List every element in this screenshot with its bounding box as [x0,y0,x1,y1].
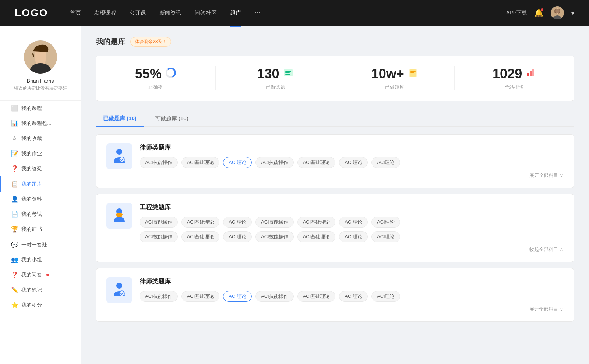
sidebar-item-points[interactable]: ⭐ 我的积分 [0,297,81,313]
tag-1-4[interactable]: ACI技能操作 [255,157,294,168]
svg-rect-19 [530,71,532,76]
nav-qbank[interactable]: 题库 [230,8,241,18]
page-title: 我的题库 [96,37,125,47]
trial-badge: 体验剩余23天！ [130,37,171,47]
stat-ranking-label: 全站排名 [505,84,524,90]
user-avatar[interactable] [551,6,564,19]
qbank-card-1-expand[interactable]: 展开全部科目 ∨ [529,172,564,178]
tag-1-3[interactable]: ACI理论 [223,157,252,168]
qbank-card-3-header: 律师类题库 ACI技能操作 ACI基础理论 ACI理论 ACI技能操作 ACI基… [106,277,564,313]
sidebar-item-notes[interactable]: ✏️ 我的笔记 [0,282,81,297]
app-download-button[interactable]: APP下载 [506,10,527,16]
qbank-card-1-header: 律师类题库 ACI技能操作 ACI基础理论 ACI理论 ACI技能操作 ACI基… [106,143,564,179]
sidebar-item-qbank-label: 我的题库 [21,181,42,188]
user-menu-chevron[interactable]: ▾ [571,10,574,17]
tag-2-5[interactable]: ACI基础理论 [297,217,336,228]
tag-3-2[interactable]: ACI基础理论 [181,291,220,302]
nav-right: APP下载 🔔 ▾ [506,6,574,19]
tag-1-7[interactable]: ACI理论 [371,157,400,168]
qbank-tabs: 已做题库 (10) 可做题库 (10) [96,111,574,127]
sidebar-item-certificates[interactable]: 🏆 我的证书 [0,222,81,237]
sidebar-item-favorites[interactable]: ☆ 我的收藏 [0,131,81,146]
nav-links: 首页 发现课程 公开课 新闻资讯 问答社区 题库 ··· [70,8,506,18]
tag-3-5[interactable]: ACI基础理论 [297,291,336,302]
sidebar-item-groups-label: 我的小组 [21,257,42,263]
packages-icon: 📊 [11,120,18,127]
svg-rect-11 [285,71,291,72]
stat-done-banks-top: 10w+ [371,66,418,82]
certificates-icon: 🏆 [11,226,18,233]
tag-3-4[interactable]: ACI技能操作 [255,291,294,302]
donut-chart-icon [165,67,176,78]
qbank-card-3-expand[interactable]: 展开全部科目 ∨ [529,306,564,312]
qbank-card-3-tags: ACI技能操作 ACI基础理论 ACI理论 ACI技能操作 ACI基础理论 AC… [140,291,564,302]
tag-2-1[interactable]: ACI技能操作 [140,217,178,228]
sidebar-item-points-label: 我的积分 [21,302,42,308]
nav-discover[interactable]: 发现课程 [94,8,116,18]
sidebar-item-1on1-label: 一对一答疑 [21,242,47,248]
tag-2-13[interactable]: ACI理论 [339,231,368,242]
notification-bell[interactable]: 🔔 [534,8,543,17]
tag-3-7[interactable]: ACI理论 [371,291,400,302]
stat-accuracy-top: 55% [135,66,176,82]
tag-1-5[interactable]: ACI基础理论 [297,157,336,168]
qbank-icon: 📋 [11,181,18,188]
qbank-card-3-title: 律师类题库 [140,277,564,286]
tag-1-2[interactable]: ACI基础理论 [181,157,220,168]
stat-ranking: 1029 全站排名 [455,66,574,90]
nav-open-course[interactable]: 公开课 [130,8,146,18]
tag-2-11[interactable]: ACI技能操作 [255,231,294,242]
sidebar-item-my-courses[interactable]: ⬜ 我的课程 [0,101,81,116]
tag-2-9[interactable]: ACI基础理论 [181,231,220,242]
tag-3-1[interactable]: ACI技能操作 [140,291,178,302]
tab-done-banks[interactable]: 已做题库 (10) [96,111,144,126]
qbank-card-2-collapse[interactable]: 收起全部科目 ∧ [529,247,564,252]
stat-ranking-icon [526,68,536,80]
nav-more[interactable]: ··· [254,8,260,18]
tag-3-3[interactable]: ACI理论 [223,291,252,302]
qa-icon: ❓ [11,165,18,172]
lawyer-icon [111,148,128,165]
stat-done-banks-icon [408,68,418,80]
sidebar-item-qa[interactable]: ❓ 我的答疑 [0,161,81,176]
notes-icon: ✏️ [11,286,18,293]
tag-2-2[interactable]: ACI基础理论 [181,217,220,228]
tag-2-8[interactable]: ACI技能操作 [140,231,178,242]
qbank-card-2-tags-row1: ACI技能操作 ACI基础理论 ACI理论 ACI技能操作 ACI基础理论 AC… [140,217,564,228]
nav-home[interactable]: 首页 [70,8,81,18]
nav-qa[interactable]: 问答社区 [195,8,217,18]
svg-rect-12 [285,72,290,73]
tab-available-banks[interactable]: 可做题库 (10) [148,111,196,126]
sidebar-item-course-packages[interactable]: 📊 我的课程包... [0,116,81,131]
tag-2-14[interactable]: ACI理论 [371,231,400,242]
sidebar-item-profile-label: 我的资料 [21,196,42,203]
stat-done-banks-value: 10w+ [371,66,404,82]
tag-2-12[interactable]: ACI基础理论 [297,231,336,242]
svg-point-22 [119,157,124,162]
sidebar-item-1on1[interactable]: 💬 一对一答疑 [0,237,81,252]
stat-accuracy: 55% 正确率 [96,66,216,90]
sidebar-item-questions-label: 我的问答 [21,272,42,278]
qbank-card-1-tags: ACI技能操作 ACI基础理论 ACI理论 ACI技能操作 ACI基础理论 AC… [140,157,564,168]
notification-dot [541,8,543,11]
tag-3-6[interactable]: ACI理论 [339,291,368,302]
profile-avatar[interactable] [24,40,57,74]
sidebar-item-profile[interactable]: 👤 我的资料 [0,192,81,207]
sidebar-item-groups[interactable]: 👥 我的小组 [0,252,81,267]
tag-2-3[interactable]: ACI理论 [223,217,252,228]
qbank-card-3: 律师类题库 ACI技能操作 ACI基础理论 ACI理论 ACI技能操作 ACI基… [96,268,574,322]
nav-news[interactable]: 新闻资讯 [159,8,181,18]
stat-done-banks-label: 已做题库 [385,84,404,90]
tag-1-6[interactable]: ACI理论 [339,157,368,168]
tag-2-4[interactable]: ACI技能操作 [255,217,294,228]
sidebar-item-homework-label: 我的作业 [21,150,42,157]
tag-2-6[interactable]: ACI理论 [339,217,368,228]
sidebar-item-questions[interactable]: ❓ 我的问答 [0,267,81,282]
sidebar-item-exams[interactable]: 📄 我的考试 [0,207,81,222]
svg-rect-4 [554,9,560,13]
sidebar-item-homework[interactable]: 📝 我的作业 [0,146,81,161]
tag-2-7[interactable]: ACI理论 [371,217,400,228]
tag-2-10[interactable]: ACI理论 [223,231,252,242]
tag-1-1[interactable]: ACI技能操作 [140,157,178,168]
sidebar-item-qbank[interactable]: 📋 我的题库 [0,176,81,192]
